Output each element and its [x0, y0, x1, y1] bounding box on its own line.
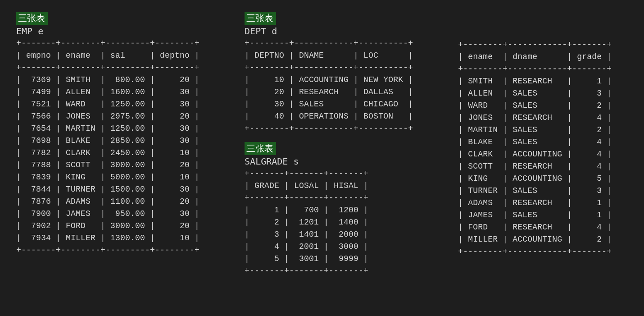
salgrade-ascii-table: +-------+-------+-------+ | GRADE | LOSA… — [245, 168, 413, 277]
salgrade-title: SALGRADE s — [245, 156, 413, 167]
badge-emp: 三张表 — [16, 12, 48, 25]
result-ascii-table: +--------+------------+-------+ | ename … — [458, 39, 612, 258]
badge-dept: 三张表 — [245, 12, 276, 25]
emp-column: 三张表 EMP e +-------+--------+---------+--… — [16, 12, 200, 284]
dept-block: 三张表 DEPT d +--------+------------+------… — [245, 12, 413, 135]
dept-title: DEPT d — [245, 26, 413, 37]
emp-block: 三张表 EMP e +-------+--------+---------+--… — [16, 12, 200, 256]
badge-salgrade: 三张表 — [245, 142, 276, 155]
result-column: +--------+------------+-------+ | ename … — [458, 12, 612, 284]
dept-ascii-table: +--------+------------+----------+ | DEP… — [245, 37, 413, 135]
salgrade-block: 三张表 SALGRADE s +-------+-------+-------+… — [245, 142, 413, 277]
dept-salgrade-column: 三张表 DEPT d +--------+------------+------… — [245, 12, 413, 284]
emp-ascii-table: +-------+--------+---------+--------+ | … — [16, 37, 200, 256]
emp-title: EMP e — [16, 26, 200, 37]
